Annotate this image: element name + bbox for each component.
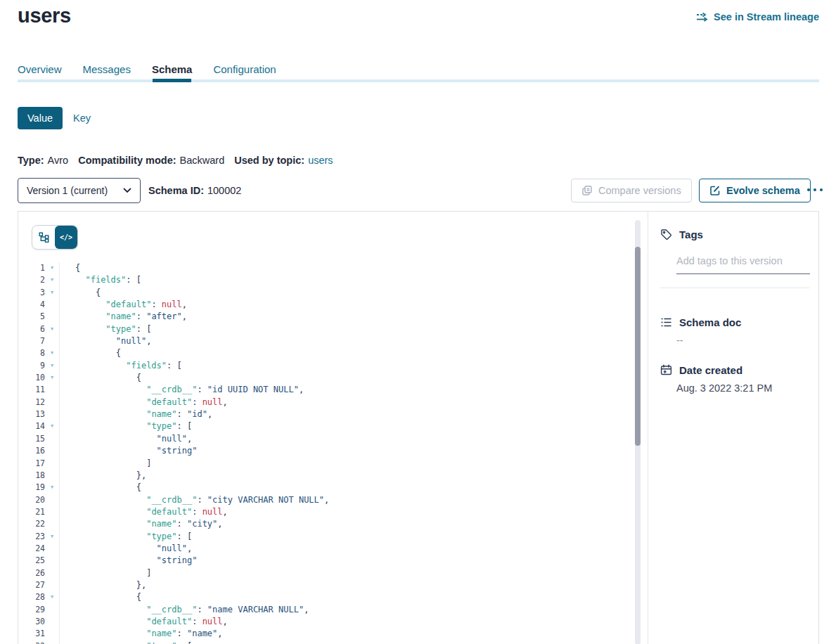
compare-versions-button[interactable]: Compare versions [571,179,692,202]
evolve-schema-label: Evolve schema [726,185,800,196]
fold-toggle-icon[interactable]: ▼ [45,347,59,359]
code-line: 8▼ { [18,347,648,359]
line-number: 19 [18,482,45,494]
fold-toggle-icon[interactable]: ▼ [45,287,59,299]
evolve-schema-button[interactable]: Evolve schema [699,179,811,202]
line-number: 30 [18,616,45,628]
fold-toggle-icon[interactable]: ▼ [45,482,59,494]
fold-toggle-icon[interactable]: ▼ [45,640,59,644]
tab-configuration[interactable]: Configuration [213,63,276,75]
fold-spacer [45,470,59,482]
fold-toggle-icon[interactable]: ▼ [45,360,59,372]
line-number: 16 [18,445,45,457]
compatibility-label: Compatibility mode: [78,155,176,166]
line-number: 4 [18,299,45,311]
code-line: 23▼ "type": [ [18,531,648,543]
code-text: { [59,347,648,359]
code-line: 13 "name": "id", [18,408,648,420]
tree-view-button[interactable] [32,226,55,249]
tags-title: Tags [679,228,703,240]
value-toggle-button[interactable]: Value [18,107,63,129]
stream-lineage-link[interactable]: See in Stream lineage [696,11,819,22]
add-tags-input[interactable] [676,252,810,274]
ellipsis-dot [807,188,810,191]
code-line: 15 "null", [18,433,648,445]
fold-spacer [45,604,59,616]
fold-spacer [45,616,59,628]
code-line: 26 ] [18,567,648,579]
fold-spacer [45,445,59,457]
line-number: 8 [18,347,45,359]
line-number: 22 [18,518,45,530]
code-text: "default": null, [59,506,648,518]
fold-spacer [45,494,59,506]
code-text: "name": "id", [59,408,648,420]
line-number: 18 [18,470,45,482]
line-number: 17 [18,458,45,470]
code-text: { [59,482,648,494]
line-number: 1 [18,262,45,274]
code-line: 18 }, [18,470,648,482]
code-text: { [59,591,648,603]
schema-id-value: 100002 [207,185,241,196]
more-options-button[interactable] [806,184,824,195]
code-text: ] [59,458,648,470]
line-number: 24 [18,543,45,555]
code-line: 30 "default": null, [18,616,648,628]
tab-schema[interactable]: Schema [152,63,193,75]
fold-toggle-icon[interactable]: ▼ [45,274,59,286]
version-select[interactable]: Version 1 (current) [18,178,141,203]
code-line: 2▼ "fields": [ [18,274,648,286]
fold-toggle-icon[interactable]: ▼ [45,531,59,543]
fold-spacer [45,543,59,555]
fold-spacer [45,567,59,579]
code-text: "fields": [ [59,274,648,286]
code-line: 22 "name": "city", [18,518,648,530]
line-number: 26 [18,567,45,579]
key-toggle-button[interactable]: Key [73,112,91,124]
code-line: 19▼ { [18,482,648,494]
code-scrollbar-thumb[interactable] [635,247,641,446]
fold-toggle-icon[interactable]: ▼ [45,262,59,274]
code-line: 5 "name": "after", [18,311,648,323]
code-line: 12 "default": null, [18,397,648,408]
fold-toggle-icon[interactable]: ▼ [45,372,59,384]
fold-toggle-icon[interactable]: ▼ [45,323,59,335]
compare-versions-label: Compare versions [598,185,681,196]
line-number: 21 [18,506,45,518]
tab-overview[interactable]: Overview [18,63,62,75]
edit-pencil-icon [709,185,721,196]
line-number: 23 [18,531,45,543]
view-mode-toggle: </> [32,225,78,250]
fold-spacer [45,555,59,567]
schema-doc-title: Schema doc [679,316,741,328]
code-text: "__crdb__": "city VARCHAR NOT NULL", [59,494,648,506]
type-label: Type: [18,155,44,166]
fold-toggle-icon[interactable]: ▼ [45,591,59,603]
code-scrollbar-track[interactable] [635,220,641,644]
code-line: 11 "__crdb__": "id UUID NOT NULL", [18,384,648,396]
lineage-arrows-icon [696,11,709,22]
sidebar-divider [660,288,809,288]
code-view-button[interactable]: </> [55,226,77,249]
code-text: "default": null, [59,397,648,408]
topic-link[interactable]: users [308,155,333,166]
line-number: 2 [18,274,45,286]
tab-messages[interactable]: Messages [83,63,131,75]
line-number: 32 [18,640,45,644]
code-text: "null", [59,335,648,347]
code-text: { [59,262,648,274]
fold-toggle-icon[interactable]: ▼ [45,420,59,432]
version-select-value: Version 1 (current) [27,185,108,196]
tag-icon [660,228,672,240]
code-line: 16 "string" [18,445,648,457]
code-line: 10▼ { [18,372,648,384]
schema-doc-value: -- [676,335,683,346]
date-created-title: Date created [679,364,742,376]
code-text: }, [59,470,648,482]
code-text: ] [59,567,648,579]
date-created-value: Aug. 3 2022 3:21 PM [676,382,772,394]
schema-meta-row: Type: Avro Compatibility mode: Backward … [18,155,333,166]
fold-spacer [45,628,59,640]
code-text: "type": [ [59,420,648,432]
